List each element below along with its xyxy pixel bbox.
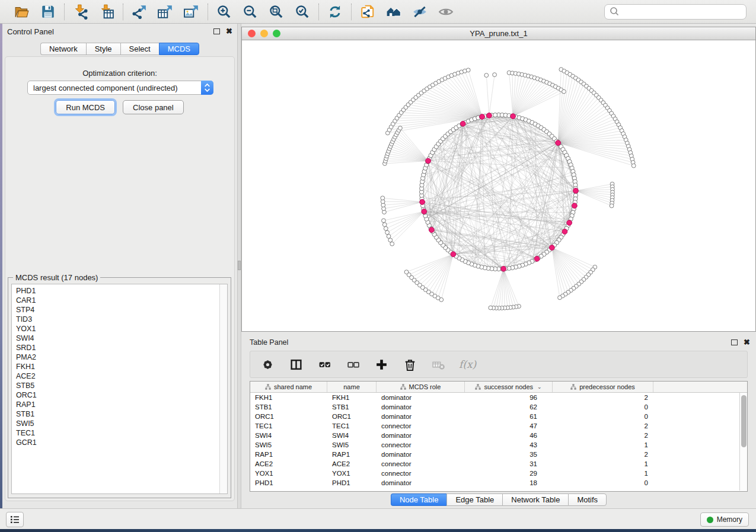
table-cell[interactable]: STB1 (327, 403, 377, 411)
duplicate-network-button[interactable] (359, 3, 377, 21)
table-scrollbar-thumb[interactable] (741, 395, 747, 447)
column-header-name[interactable]: name (327, 382, 377, 392)
table-cell[interactable]: 46 (465, 432, 553, 439)
column-header-predecessor-nodes[interactable]: predecessor nodes (553, 382, 653, 392)
panel-splitter[interactable] (237, 24, 241, 508)
run-mcds-button[interactable]: Run MCDS (56, 100, 115, 114)
float-table-panel-icon[interactable] (731, 339, 738, 345)
table-cell[interactable]: YOX1 (327, 470, 377, 477)
mcds-result-item[interactable]: STP4 (16, 305, 219, 315)
table-cell[interactable]: FKH1 (327, 394, 377, 401)
table-cell[interactable]: 2 (553, 394, 653, 401)
table-cell[interactable]: TEC1 (250, 422, 327, 430)
table-cell[interactable]: connector (377, 460, 465, 467)
close-panel-icon[interactable]: ✖ (226, 28, 232, 34)
network-node[interactable] (610, 204, 614, 208)
table-cell[interactable]: connector (377, 422, 465, 430)
mcds-result-item[interactable]: FKH1 (16, 362, 219, 371)
mcds-hub-node[interactable] (562, 229, 567, 235)
show-details-button[interactable] (437, 3, 455, 21)
network-node[interactable] (387, 235, 391, 239)
tab-select[interactable]: Select (120, 43, 159, 55)
mcds-result-item[interactable]: TID3 (16, 315, 219, 324)
network-node[interactable] (384, 226, 388, 230)
table-cell[interactable]: ORC1 (327, 413, 377, 420)
network-node[interactable] (466, 68, 470, 72)
zoom-selected-button[interactable] (294, 3, 311, 21)
network-node[interactable] (381, 196, 385, 200)
close-table-panel-icon[interactable]: ✖ (744, 339, 750, 345)
tab-network[interactable]: Network (40, 43, 86, 55)
table-row[interactable]: SWI4SWI4dominator462 (250, 431, 747, 440)
mcds-hub-node[interactable] (572, 203, 578, 209)
table-cell[interactable]: 61 (465, 413, 553, 420)
network-node[interactable] (493, 113, 497, 117)
table-cell[interactable]: 2 (553, 432, 653, 439)
table-cell[interactable]: FKH1 (250, 394, 327, 401)
tab-style[interactable]: Style (86, 43, 120, 55)
mcds-hub-node[interactable] (422, 209, 427, 214)
zoom-out-button[interactable] (241, 3, 259, 21)
table-cell[interactable]: 96 (465, 394, 553, 401)
table-cell[interactable]: 31 (465, 460, 553, 467)
mcds-hub-node[interactable] (549, 245, 554, 251)
table-cell[interactable]: 2 (553, 422, 653, 430)
table-cell[interactable]: 47 (465, 422, 553, 430)
mcds-hub-node[interactable] (480, 114, 485, 120)
table-cell[interactable]: 2 (553, 451, 653, 458)
table-cell[interactable]: 43 (465, 441, 553, 448)
tab-motifs[interactable]: Motifs (568, 493, 607, 506)
criterion-dropdown[interactable]: largest connected component (undirected) (27, 81, 213, 95)
table-cell[interactable]: 29 (465, 470, 553, 477)
mcds-hub-node[interactable] (420, 200, 425, 205)
network-node[interactable] (562, 89, 566, 94)
mcds-result-item[interactable]: SWI4 (16, 334, 219, 343)
table-row[interactable]: ORC1ORC1dominator610 (250, 412, 747, 421)
column-header-successor-nodes[interactable]: successor nodes⌄ (465, 382, 553, 392)
table-cell[interactable]: dominator (377, 394, 465, 401)
table-cell[interactable]: YOX1 (250, 470, 327, 477)
table-cell[interactable]: connector (377, 441, 465, 448)
hide-details-button[interactable] (411, 3, 429, 21)
network-canvas[interactable] (242, 40, 755, 331)
table-cell[interactable]: PHD1 (327, 479, 377, 486)
table-cell[interactable]: SWI5 (250, 441, 327, 448)
save-session-button[interactable] (39, 3, 57, 21)
mcds-result-item[interactable]: YOX1 (16, 324, 219, 334)
table-cell[interactable]: dominator (377, 479, 465, 486)
import-network-button[interactable] (72, 3, 90, 21)
table-cell[interactable]: ACE2 (327, 460, 377, 467)
zoom-in-button[interactable] (215, 3, 233, 21)
mcds-result-item[interactable]: SRD1 (16, 343, 219, 352)
table-cell[interactable]: RAP1 (327, 451, 377, 458)
zoom-fit-button[interactable] (267, 3, 285, 21)
table-cell[interactable]: ACE2 (250, 460, 327, 467)
network-node[interactable] (631, 164, 636, 168)
minimize-window-icon[interactable] (260, 30, 268, 37)
tab-node-table[interactable]: Node Table (391, 493, 447, 506)
mcds-hub-node[interactable] (426, 158, 431, 164)
open-file-button[interactable] (13, 3, 31, 21)
table-cell[interactable]: connector (377, 470, 465, 477)
table-cell[interactable]: 1 (553, 441, 653, 448)
mcds-result-item[interactable]: CAR1 (16, 296, 219, 305)
table-cell[interactable]: ORC1 (250, 413, 327, 420)
table-cell[interactable]: dominator (377, 451, 465, 458)
sort-chevron-icon[interactable]: ⌄ (537, 384, 542, 390)
table-cell[interactable]: RAP1 (250, 451, 327, 458)
network-node[interactable] (484, 73, 489, 78)
network-node[interactable] (493, 73, 497, 77)
mcds-hub-node[interactable] (511, 114, 516, 119)
mcds-hub-node[interactable] (501, 266, 506, 271)
export-table-button[interactable] (157, 3, 174, 21)
table-cell[interactable]: 1 (553, 460, 653, 467)
table-cell[interactable]: 1 (553, 470, 653, 477)
network-node[interactable] (404, 270, 409, 274)
table-row[interactable]: PHD1PHD1dominator180 (250, 478, 747, 488)
table-scrollbar[interactable] (739, 393, 747, 491)
network-window-titlebar[interactable]: YPA_prune.txt_1 (242, 27, 755, 40)
mcds-hub-node[interactable] (567, 220, 572, 226)
network-node[interactable] (390, 242, 394, 246)
mcds-hub-node[interactable] (573, 188, 579, 194)
delete-column-button[interactable] (402, 357, 417, 372)
